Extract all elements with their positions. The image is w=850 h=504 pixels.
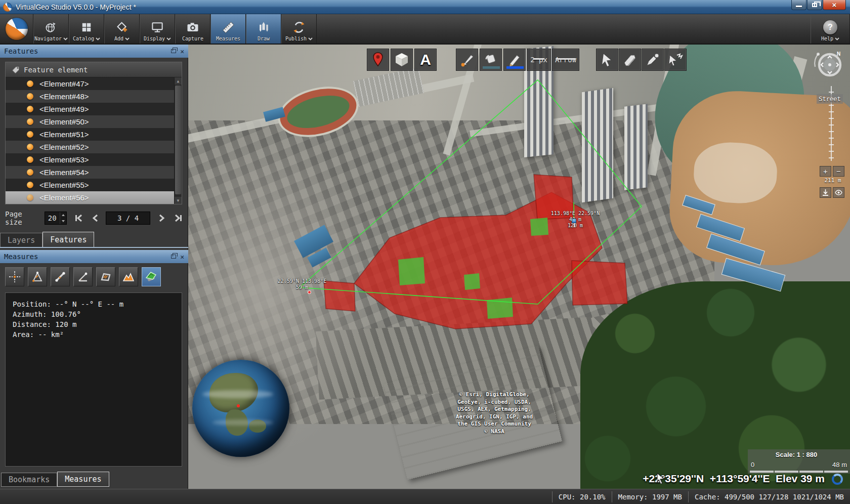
mouse-cursor <box>656 473 665 484</box>
feature-element-row[interactable]: <Element#53> <box>6 153 174 166</box>
app-menu-button[interactable] <box>0 14 33 44</box>
minimize-icon <box>796 6 802 7</box>
tab-layers[interactable]: Layers <box>0 233 42 247</box>
float-panel-icon[interactable] <box>171 49 176 53</box>
select-tool-button[interactable] <box>596 49 618 71</box>
panel-tab-bar: Layers Features <box>0 233 188 248</box>
last-page-button[interactable] <box>174 213 183 224</box>
tab-measures[interactable]: Measures <box>57 472 109 487</box>
tab-features[interactable]: Features <box>42 232 94 247</box>
toolbar-button-capture[interactable]: Capture <box>175 14 210 44</box>
memory-status: Memory: 1997 MB <box>612 491 688 502</box>
line-style-button[interactable]: Arrow <box>552 49 579 71</box>
measure-marker-label: 22.59°N 113.98°E 59 m <box>269 278 335 290</box>
close-panel-icon[interactable]: ✕ <box>180 254 184 260</box>
scroll-up-icon[interactable]: ▲ <box>175 77 182 85</box>
eye-icon <box>835 190 842 195</box>
position-tool-button[interactable] <box>5 267 24 286</box>
place-pin-button[interactable] <box>367 49 389 71</box>
previous-page-button[interactable] <box>90 213 99 224</box>
surface-3d-icon <box>145 270 158 283</box>
globe-icon <box>44 19 58 36</box>
restore-button[interactable] <box>807 0 822 10</box>
brush-tool-button[interactable] <box>456 49 478 71</box>
spin-down-icon[interactable] <box>60 218 66 224</box>
app-logo-icon <box>3 3 12 12</box>
distance-tool-button[interactable] <box>51 267 70 286</box>
feature-element-row[interactable]: <Element#54> <box>6 166 174 179</box>
ground-view-button[interactable] <box>820 187 831 198</box>
add-text-button[interactable]: A <box>414 49 437 71</box>
toolbar-label: Publish <box>285 36 307 41</box>
list-scrollbar[interactable]: ▲ ▼ <box>174 77 182 204</box>
deselect-icon <box>668 52 683 67</box>
toolbar-label: Capture <box>182 36 203 41</box>
cache-status: Cache: 499/500 127/128 1021/1024 MB <box>688 491 850 502</box>
pin-icon <box>370 51 386 68</box>
feature-element-row[interactable]: <Element#49> <box>6 103 174 115</box>
globe-overview-inset[interactable] <box>192 360 289 457</box>
map-viewport[interactable]: 113.98°E 22.59°N 40 m 120 m 22.59°N 113.… <box>188 45 850 489</box>
toolbar-button-help[interactable]: ? Help <box>811 14 850 44</box>
surface-3d-tool-button[interactable] <box>142 267 161 286</box>
toolbar-button-add[interactable]: Add <box>104 14 140 44</box>
elevation-profile-icon <box>122 271 135 283</box>
scale-min: 0 <box>751 461 754 469</box>
picker-tool-button[interactable] <box>642 49 664 71</box>
feature-element-row[interactable]: <Element#52> <box>6 141 174 153</box>
map-attribution: © Esri, DigitalGlobe, GeoEye, i-cubed, U… <box>444 391 545 435</box>
eraser-tool-button[interactable] <box>619 49 641 71</box>
feature-element-row[interactable]: <Element#55> <box>6 179 174 191</box>
area-tool-button[interactable] <box>96 267 115 286</box>
tab-bookmarks[interactable]: Bookmarks <box>1 473 57 487</box>
feature-element-row[interactable]: <Element#50> <box>6 115 174 128</box>
pencil-color-swatch <box>506 66 524 69</box>
zoom-in-button[interactable]: + <box>820 166 831 177</box>
toolbar-button-publish[interactable]: Publish <box>281 14 317 44</box>
chevron-down-icon <box>835 37 839 40</box>
page-size-stepper[interactable]: 20 <box>45 212 67 225</box>
element-bullet-icon <box>27 118 33 125</box>
bottom-tab-bar: Bookmarks Measures <box>1 472 109 487</box>
measures-panel-header[interactable]: Measures ✕ <box>0 250 188 263</box>
feature-element-row[interactable]: <Element#48> <box>6 90 174 103</box>
angle-tool-button[interactable] <box>28 267 47 286</box>
features-panel-header[interactable]: Features ✕ <box>0 45 188 58</box>
deselect-tool-button[interactable] <box>664 49 687 71</box>
first-page-button[interactable] <box>74 213 83 224</box>
minimize-button[interactable] <box>791 0 806 10</box>
close-button[interactable]: × <box>823 0 846 10</box>
feature-element-row[interactable]: <Element#51> <box>6 128 174 141</box>
float-panel-icon[interactable] <box>171 255 176 259</box>
feature-element-row[interactable]: <Element#47> <box>6 77 174 90</box>
toolbar-label: Measures <box>216 36 240 41</box>
toolbar-button-catalog[interactable]: Catalog <box>69 14 104 44</box>
scrollbar-thumb[interactable] <box>175 86 181 194</box>
feature-element-row-selected[interactable]: <Element#56> <box>6 191 174 204</box>
toolbar-button-measures[interactable]: Measures <box>210 14 246 44</box>
toolbar-button-display[interactable]: Display <box>140 14 175 44</box>
street-level-handle[interactable]: Street <box>817 94 843 104</box>
toolbar-button-navigator[interactable]: Navigator <box>33 14 69 44</box>
pencil-tool-button[interactable] <box>503 49 526 71</box>
spin-up-icon[interactable] <box>60 212 66 218</box>
close-panel-icon[interactable]: ✕ <box>180 48 184 55</box>
zoom-out-button[interactable]: − <box>833 166 844 177</box>
next-page-button[interactable] <box>157 213 166 224</box>
fill-tool-button[interactable] <box>480 49 502 71</box>
svg-text:N: N <box>837 51 840 57</box>
slope-tool-button[interactable] <box>73 267 93 286</box>
compass-icon[interactable]: N <box>813 50 845 82</box>
add-3d-object-button[interactable] <box>391 49 413 71</box>
feature-element-label: <Element#54> <box>39 168 89 177</box>
view-mode-button[interactable] <box>833 187 844 198</box>
profile-tool-button[interactable] <box>119 267 138 286</box>
title-bar[interactable]: VirtualGeo Studio V5.0.0 - MyProject * × <box>0 0 850 14</box>
globe-location-marker <box>237 404 240 407</box>
scroll-down-icon[interactable]: ▼ <box>175 197 182 204</box>
feature-tree-header[interactable]: Feature element <box>6 62 182 77</box>
restore-icon <box>812 3 817 7</box>
scale-overlay: Scale: 1 : 880 0 48 m <box>748 449 850 474</box>
toolbar-button-draw[interactable]: Draw <box>246 14 281 44</box>
line-width-button[interactable]: 2 px <box>527 49 551 71</box>
